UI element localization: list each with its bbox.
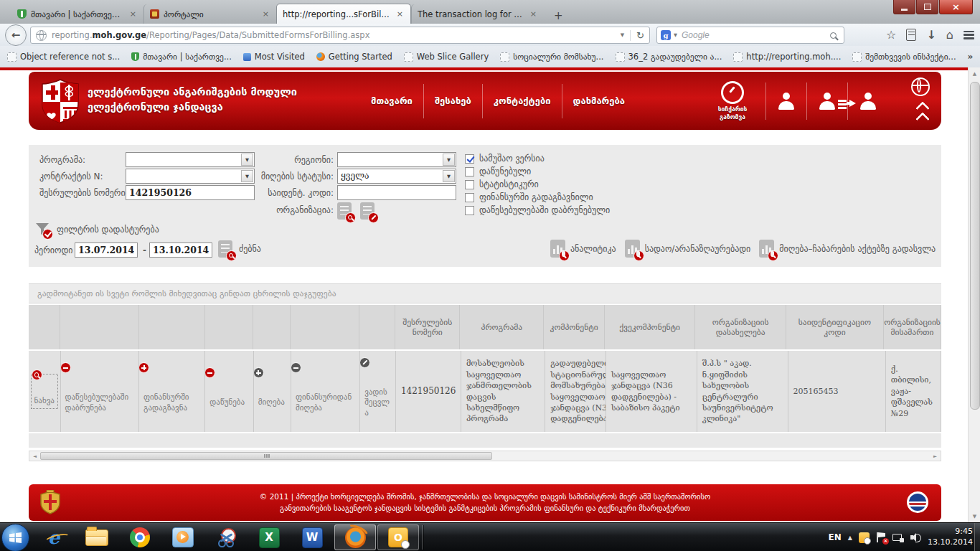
bookmark-item-getting-started[interactable]: Getting Started bbox=[316, 52, 392, 62]
reject-button[interactable]: დაწუნება bbox=[205, 351, 253, 432]
network-icon[interactable] bbox=[892, 532, 904, 542]
google-engine-icon[interactable]: g bbox=[661, 30, 671, 40]
vertical-scroll-thumb[interactable] bbox=[970, 82, 980, 410]
home-icon[interactable]: ⌂ bbox=[946, 29, 953, 41]
user-list-button[interactable] bbox=[807, 93, 847, 110]
url-bar[interactable]: reporting. moh.gov.ge /Reporting/Pages/D… bbox=[30, 27, 650, 44]
scroll-left-icon[interactable]: ◄ bbox=[29, 451, 40, 461]
tab-close-icon[interactable]: × bbox=[261, 9, 270, 19]
speed-test-button[interactable]: სიჩქარის გაზომვა bbox=[699, 81, 765, 121]
accept-button[interactable]: მიღება bbox=[254, 351, 291, 432]
bookmark-item[interactable]: Web Slice Gallery bbox=[404, 52, 489, 62]
organization-search-button[interactable] bbox=[337, 202, 352, 220]
language-indicator[interactable]: EN bbox=[829, 532, 842, 542]
tray-outlook-icon[interactable] bbox=[859, 532, 870, 543]
filter-confirm-button[interactable]: ფილტრის დადასტურება bbox=[34, 222, 159, 237]
grid-group-hint-bar[interactable]: გადმოიტანეთ ის სვეტი რომლის მიხედვითაც გ… bbox=[29, 283, 941, 303]
checkbox-working-version[interactable]: სამუშაო ვერსია bbox=[465, 154, 545, 164]
taskbar-excel-button[interactable]: X bbox=[248, 524, 290, 550]
search-bar[interactable]: g ▼ bbox=[656, 27, 844, 44]
tab-transaction-log[interactable]: The transaction log for databas... × bbox=[411, 4, 544, 24]
checkbox-icon[interactable] bbox=[465, 167, 474, 176]
collapse-chevrons-icon[interactable] bbox=[918, 103, 928, 124]
menu-icon[interactable] bbox=[963, 31, 974, 39]
bookmark-item[interactable]: 36_2 გადაუდებელი ა... bbox=[616, 52, 722, 62]
column-header-address[interactable]: ორგანიზაციის მისამართი bbox=[884, 305, 941, 349]
search-button[interactable]: ძებნა bbox=[218, 240, 261, 258]
checkbox-returned-to-institution[interactable]: დაწესებულებაში დაბრუნებული bbox=[465, 205, 610, 215]
change-deadline-button[interactable]: ვადის შეცვლა bbox=[360, 351, 396, 432]
checkbox-statistical[interactable]: სტატისტიკური bbox=[465, 179, 539, 189]
acceptance-acts-button[interactable]: მიღება–ჩაბარების აქტებზე გადასვლა bbox=[759, 240, 936, 258]
url-dropdown-icon[interactable]: ▼ bbox=[621, 32, 624, 38]
vertical-scrollbar[interactable]: ▲ ▼ bbox=[968, 67, 980, 522]
taskbar-chrome-button[interactable] bbox=[119, 524, 161, 550]
disputed-button[interactable]: სადაო/არანაზღაურებადი bbox=[625, 240, 751, 258]
checkbox-rejected[interactable]: დაწუნებული bbox=[465, 166, 531, 176]
column-header-execution-number[interactable]: შესრულების ნომერი bbox=[395, 305, 460, 349]
bookmarks-overflow-chevron[interactable]: » bbox=[968, 52, 974, 62]
ident-code-input[interactable] bbox=[337, 185, 456, 200]
bookmark-item-most-visited[interactable]: Most Visited bbox=[243, 52, 305, 62]
checkbox-icon[interactable] bbox=[465, 206, 474, 215]
taskbar-firefox-button[interactable] bbox=[334, 524, 376, 550]
bookmark-item[interactable]: http://reporting.moh.... bbox=[733, 52, 841, 62]
checkbox-icon[interactable] bbox=[465, 193, 474, 202]
show-desktop-button[interactable] bbox=[974, 523, 980, 551]
column-header-organization[interactable]: ორგანიზაციის დასახელება bbox=[695, 305, 786, 349]
tab-portal[interactable]: პორტალი × bbox=[143, 4, 276, 24]
analytics-button[interactable]: ანალიტიკა bbox=[550, 240, 616, 258]
downloads-icon[interactable]: ↓ bbox=[926, 29, 936, 41]
taskbar-ie-button[interactable]: e bbox=[33, 524, 75, 550]
close-button[interactable]: × bbox=[939, 0, 973, 14]
bookmark-item[interactable]: შემთხვევის ინსპექტი... bbox=[852, 52, 956, 62]
search-magnifier-icon[interactable] bbox=[830, 32, 837, 39]
nav-item-about[interactable]: შესახებ bbox=[424, 95, 482, 106]
language-globe-icon[interactable] bbox=[911, 77, 930, 96]
search-input[interactable] bbox=[677, 30, 830, 40]
chevron-down-icon[interactable]: ▼ bbox=[443, 170, 455, 182]
taskbar-snipping-tool-button[interactable] bbox=[205, 524, 247, 550]
nav-item-contacts[interactable]: კონტაქტები bbox=[483, 95, 562, 106]
action-center-flag-icon[interactable]: × bbox=[876, 532, 886, 543]
profile-button[interactable] bbox=[766, 93, 806, 110]
bookmark-item[interactable]: სოციალური მომსახუ... bbox=[500, 52, 603, 62]
organization-edit-button[interactable] bbox=[360, 202, 374, 220]
receive-status-select[interactable]: ყველა ▼ bbox=[337, 169, 456, 184]
column-header-subcomponent[interactable]: ქვეკომპონენტი bbox=[605, 305, 696, 349]
nav-item-home[interactable]: მთავარი bbox=[360, 95, 423, 106]
horizontal-scroll-thumb[interactable] bbox=[40, 452, 492, 460]
scroll-down-icon[interactable]: ▼ bbox=[969, 510, 980, 522]
horizontal-scrollbar[interactable]: ◄ ► bbox=[29, 451, 941, 461]
reload-icon[interactable]: ↻ bbox=[630, 30, 644, 41]
receive-from-financial-button[interactable]: ფინანსურიდან მიღება bbox=[291, 351, 360, 432]
tray-clock[interactable]: 9:45 13.10.2014 bbox=[928, 527, 973, 548]
bookmark-item[interactable]: მთავარი | საქართვე... bbox=[131, 52, 232, 62]
site-identity-globe-icon[interactable] bbox=[36, 30, 47, 41]
taskbar-word-button[interactable]: W bbox=[291, 524, 333, 550]
bookmark-star-icon[interactable]: ☆ bbox=[886, 29, 896, 41]
tab-reporting-active[interactable]: http://reporting...sForBilling.aspx × bbox=[276, 4, 411, 24]
nav-item-help[interactable]: დახმარება bbox=[562, 95, 636, 106]
tab-close-icon[interactable]: × bbox=[395, 9, 405, 19]
checkbox-sent-to-financial[interactable]: ფინანსურში გადაგზავნილი bbox=[465, 192, 593, 202]
tab-close-icon[interactable]: × bbox=[529, 9, 538, 19]
scroll-up-icon[interactable]: ▲ bbox=[969, 67, 980, 80]
start-button[interactable] bbox=[1, 524, 29, 551]
tray-expand-icon[interactable]: ▲ bbox=[848, 534, 852, 541]
minimize-button[interactable] bbox=[893, 0, 915, 14]
checkbox-icon[interactable] bbox=[465, 180, 474, 189]
view-button[interactable]: ნახვა bbox=[29, 351, 61, 432]
taskbar-media-player-button[interactable] bbox=[162, 524, 204, 550]
taskbar-explorer-button[interactable] bbox=[76, 524, 118, 550]
period-from-input[interactable] bbox=[75, 242, 138, 258]
bookmark-item[interactable]: Object reference not s... bbox=[7, 52, 120, 62]
send-to-financial-button[interactable]: ფინანსურში გადაგზავნა bbox=[139, 351, 205, 432]
scroll-right-icon[interactable]: ► bbox=[930, 451, 941, 461]
taskbar-outlook-button[interactable]: O bbox=[377, 524, 419, 550]
logout-button[interactable] bbox=[848, 93, 888, 110]
chevron-down-icon[interactable]: ▼ bbox=[443, 154, 455, 166]
period-to-input[interactable] bbox=[149, 242, 212, 258]
bookmarks-menu-icon[interactable] bbox=[906, 29, 916, 41]
new-tab-button[interactable]: + bbox=[548, 8, 569, 24]
